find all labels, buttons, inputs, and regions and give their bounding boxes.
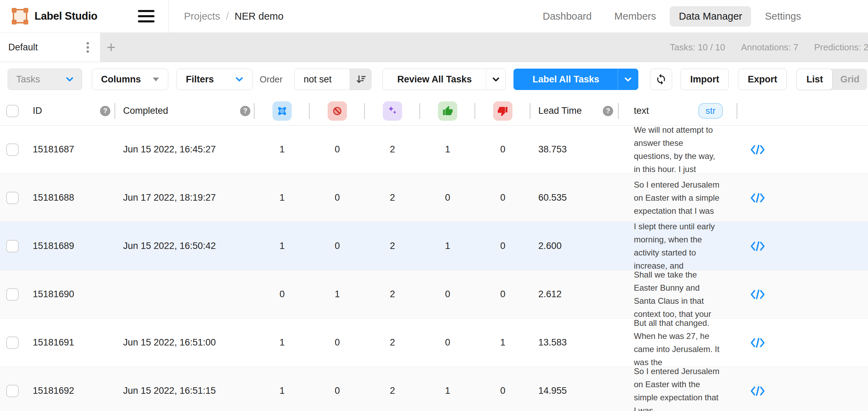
review-all-tasks-chevron[interactable] (486, 77, 506, 82)
tasks-dropdown[interactable]: Tasks (8, 69, 82, 90)
row-checkbox[interactable] (6, 192, 19, 204)
rejected-count: 0 (500, 241, 505, 251)
column-header-text[interactable]: text str (619, 97, 737, 125)
filters-dropdown[interactable]: Filters (177, 69, 252, 90)
rejected-count: 0 (500, 385, 505, 396)
breadcrumb: Projects / NER demo (184, 11, 283, 22)
task-text: Shall we take the Easter Bunny and Santa… (634, 268, 723, 321)
row-checkbox[interactable] (6, 143, 19, 156)
rejected-count: 0 (500, 289, 505, 300)
column-header-rejected[interactable] (475, 97, 530, 125)
code-icon (750, 289, 765, 300)
label-studio-app: Label Studio Projects / NER demo Dashboa… (0, 0, 868, 411)
thumbs-up-icon (442, 106, 453, 117)
code-icon (750, 386, 765, 396)
task-table-body: 15181687 Jun 15 2022, 16:45:27 1 0 2 1 0… (0, 126, 868, 411)
tab-label: Default (8, 42, 38, 53)
accepted-count: 1 (445, 144, 450, 155)
accepted-count: 1 (445, 241, 450, 251)
review-all-tasks-button[interactable]: Review All Tasks (382, 69, 506, 90)
cancelled-count: 0 (335, 337, 340, 348)
help-icon[interactable]: ? (100, 106, 110, 116)
predictions-count: 2 (390, 192, 395, 203)
view-grid-button[interactable]: Grid (832, 74, 867, 85)
task-id: 15181689 (33, 241, 74, 251)
nav-members[interactable]: Members (606, 6, 665, 27)
cancelled-count: 0 (335, 192, 340, 203)
table-row[interactable]: 15181688 Jun 17 2022, 18:19:27 1 0 2 0 0… (0, 174, 868, 222)
table-row[interactable]: 15181692 Jun 15 2022, 16:51:15 1 0 2 1 0… (0, 367, 868, 411)
table-row[interactable]: 15181689 Jun 15 2022, 16:50:42 1 0 2 1 0… (0, 222, 868, 270)
chevron-down-icon (625, 77, 631, 82)
code-icon (750, 338, 765, 348)
help-icon[interactable]: ? (603, 106, 613, 116)
predictions-sparkles-icon (387, 105, 398, 117)
predictions-count: 2 (390, 385, 395, 396)
rejected-count: 1 (500, 337, 505, 348)
kebab-icon (87, 42, 89, 44)
header-divider (168, 0, 169, 33)
task-text: But all that changed. When he was 27, he… (634, 317, 723, 369)
nav-data-manager[interactable]: Data Manager (670, 6, 751, 27)
thumbs-down-icon (497, 106, 508, 117)
view-toggle: List Grid (797, 69, 867, 90)
show-source-button[interactable] (750, 241, 765, 251)
predictions-counter: Predictions: 20 (814, 42, 868, 53)
column-header-completed[interactable]: Completed ? (115, 97, 255, 125)
add-tab-button[interactable]: + (100, 33, 122, 62)
show-source-button[interactable] (750, 386, 765, 396)
tab-menu-button[interactable] (84, 40, 91, 55)
cancelled-count: 1 (335, 289, 340, 300)
lead-time-value: 13.583 (538, 337, 567, 348)
show-source-button[interactable] (750, 338, 765, 348)
refresh-button[interactable] (650, 69, 672, 90)
task-text: I slept there until early morning, when … (634, 220, 723, 272)
nav-dashboard[interactable]: Dashboard (534, 6, 601, 27)
column-header-accepted[interactable] (420, 97, 475, 125)
view-list-button[interactable]: List (797, 69, 832, 90)
accepted-count: 1 (445, 385, 450, 396)
annotations-count: 1 (279, 192, 285, 203)
table-row[interactable]: 15181687 Jun 15 2022, 16:45:27 1 0 2 1 0… (0, 126, 868, 174)
nav-settings[interactable]: Settings (756, 6, 810, 27)
cancelled-count: 0 (335, 385, 340, 396)
import-button[interactable]: Import (680, 69, 729, 90)
help-icon[interactable]: ? (240, 106, 250, 116)
task-completed: Jun 15 2022, 16:50:42 (123, 241, 216, 251)
order-value-button[interactable]: not set (294, 69, 371, 90)
plus-icon: + (107, 39, 116, 56)
triangle-down-icon (153, 78, 159, 81)
label-all-tasks-chevron[interactable] (618, 77, 638, 82)
show-source-button[interactable] (750, 289, 765, 300)
breadcrumb-projects[interactable]: Projects (184, 11, 220, 22)
tasks-counter: Tasks: 10 / 10 (670, 42, 725, 53)
select-all-checkbox[interactable] (6, 105, 19, 117)
column-header-id[interactable]: ID ? (24, 97, 115, 125)
rejected-count: 0 (500, 192, 505, 203)
task-id: 15181690 (33, 289, 74, 300)
code-icon (750, 241, 765, 251)
columns-dropdown[interactable]: Columns (92, 69, 168, 90)
row-checkbox[interactable] (6, 288, 19, 301)
show-source-button[interactable] (750, 193, 765, 203)
row-checkbox[interactable] (6, 385, 19, 397)
task-completed: Jun 15 2022, 16:51:00 (123, 337, 216, 348)
row-checkbox[interactable] (6, 337, 19, 349)
export-button[interactable]: Export (738, 69, 787, 90)
column-header-cancelled[interactable] (310, 97, 365, 125)
column-header-predictions[interactable] (365, 97, 420, 125)
column-header-lead-time[interactable]: Lead Time ? (530, 97, 619, 125)
show-source-button[interactable] (750, 144, 765, 155)
label-all-tasks-button[interactable]: Label All Tasks (513, 69, 638, 90)
table-row[interactable]: 15181690 0 1 2 0 0 2.612 (0, 270, 868, 319)
annotations-icon (276, 105, 288, 117)
column-header-annotations[interactable] (255, 97, 310, 125)
tab-default[interactable]: Default (0, 33, 100, 62)
predictions-count: 2 (390, 337, 395, 348)
menu-button[interactable] (138, 10, 154, 22)
sort-direction-button[interactable] (350, 69, 371, 90)
annotations-count: 1 (279, 337, 285, 348)
predictions-count: 2 (390, 289, 395, 300)
table-row[interactable]: 15181691 Jun 15 2022, 16:51:00 1 0 2 0 1… (0, 319, 868, 367)
row-checkbox[interactable] (6, 240, 19, 252)
